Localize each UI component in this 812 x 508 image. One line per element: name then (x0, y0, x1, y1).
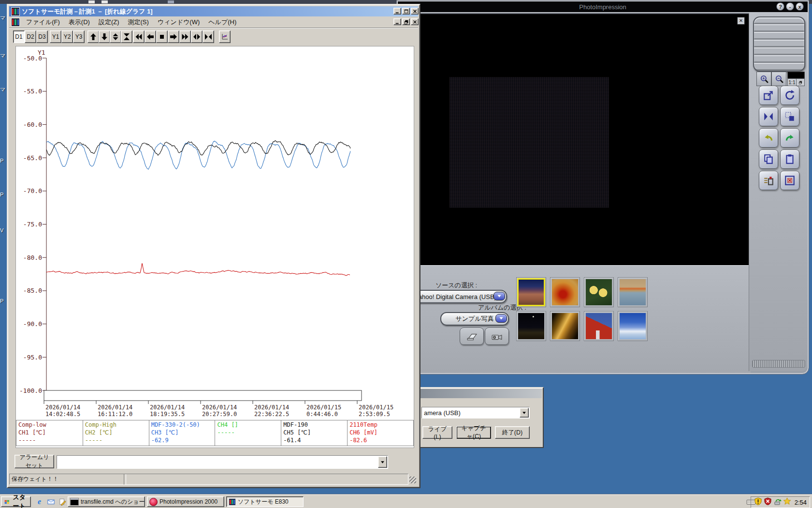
task-button-2[interactable]: PhotoImpression 2000 (147, 496, 224, 507)
chevron-down-icon[interactable] (520, 408, 529, 418)
menu-measure[interactable]: 測定(S) (123, 17, 153, 28)
internet-explorer-icon[interactable]: e (35, 497, 44, 506)
channel-legend-table: Comp-lowCH1 [℃]-----Comp-HighCH2 [℃]----… (16, 420, 414, 446)
toolbar-d3-button[interactable]: D3 (36, 30, 48, 43)
star-icon[interactable] (783, 497, 791, 507)
camera-dialog-titlebar[interactable] (403, 389, 542, 398)
toolbar-y1-button[interactable]: Y1 (50, 30, 61, 43)
thumbnail-cardinal-bird[interactable] (550, 277, 580, 307)
rotate-button[interactable] (780, 86, 799, 105)
task-button-1[interactable]: transfile.cmd へのショート... (68, 496, 145, 507)
win-max-icon (404, 9, 409, 14)
softthermo-icon (229, 498, 236, 506)
svg-text:-85.0: -85.0 (23, 287, 42, 294)
svg-text:2026/01/14: 2026/01/14 (98, 404, 132, 411)
chevron-down-icon[interactable] (493, 292, 505, 300)
win-min-icon (395, 19, 400, 25)
alarm-reset-button[interactable]: アラームリセット (14, 455, 54, 468)
toolbar-stop-button[interactable] (156, 30, 168, 43)
softthermo-title: ソフトサーモ計測－計測1 － [折れ線グラフ 1] (22, 7, 153, 16)
menu-window[interactable]: ウィンドウ(W) (153, 17, 204, 28)
paste-button[interactable] (780, 149, 799, 169)
channel-cell-ch2: Comp-HighCH2 [℃]----- (83, 420, 149, 446)
toolbar-triangles-in-horizontal-button[interactable] (203, 30, 214, 43)
menu-settings[interactable]: 設定(Z) (94, 17, 124, 28)
dialog-capture-button[interactable]: キャプチャ(C) (456, 426, 491, 439)
preview-close-button[interactable]: ✕ (737, 17, 745, 25)
acquire-scanner-button[interactable] (460, 328, 484, 345)
start-button[interactable]: スタート (1, 496, 31, 507)
dialog-exit-button[interactable]: 終了(D) (495, 426, 530, 439)
thumbnail-yellow-flowers[interactable] (584, 277, 614, 307)
thumbnail-lighthouse-ship[interactable] (584, 311, 614, 341)
toolbar-arrow-up-button[interactable] (87, 30, 99, 43)
photoimpression-titlebar[interactable]: PhotoImpression (398, 1, 808, 12)
redo-button[interactable] (780, 128, 799, 148)
thumbnail-sky-clouds[interactable] (618, 311, 648, 341)
actual-size-button[interactable]: 1:1 (787, 78, 797, 86)
usb-unplug-icon[interactable] (773, 497, 782, 507)
pi-help-button[interactable]: ? (776, 2, 784, 11)
pi-close-button[interactable]: x (796, 2, 804, 11)
toolbar-graph-setup-button[interactable] (219, 30, 231, 43)
toolbar-triangles-out-horizontal-button[interactable] (191, 30, 203, 43)
toolbar-arrow-down-button[interactable] (99, 30, 110, 43)
camera-preview-area: ✕ (403, 13, 750, 266)
menu-help[interactable]: ヘルプ(H) (204, 17, 241, 28)
toolbar-d2-button[interactable]: D2 (25, 30, 36, 43)
thumbnail-red-rock-spires[interactable] (516, 277, 546, 307)
close-button[interactable] (411, 8, 419, 15)
outlook-express-icon (47, 498, 55, 506)
album-select-dropdown[interactable]: サンプル写真 (440, 312, 509, 326)
background-window-icon (168, 0, 174, 3)
softthermo-titlebar[interactable]: ソフトサーモ計測－計測1 － [折れ線グラフ 1] (9, 6, 418, 16)
minimize-button[interactable] (393, 8, 401, 15)
win-min-icon (395, 9, 400, 14)
thumbnail-night-city[interactable] (516, 311, 546, 341)
thumbnail-harbor-village[interactable] (618, 277, 648, 307)
menu-view[interactable]: 表示(D) (64, 17, 94, 28)
alarm-combobox[interactable] (57, 455, 388, 469)
toolbar-arrow-left-button[interactable] (145, 30, 156, 43)
security-alert-shield-icon[interactable] (754, 497, 762, 507)
acquire-camera-button[interactable] (485, 328, 509, 345)
security-error-shield-icon[interactable] (764, 497, 772, 507)
resize-grip[interactable] (409, 477, 416, 483)
chevron-down-icon[interactable] (495, 314, 507, 323)
delete-button[interactable] (759, 171, 778, 190)
fit-window-button[interactable] (796, 78, 805, 86)
toolbar-double-left-button[interactable] (133, 30, 145, 43)
toolbar-arrow-right-button[interactable] (168, 30, 179, 43)
toolbar-double-right-button[interactable] (179, 30, 191, 43)
flip-horizontal-button[interactable] (759, 107, 778, 126)
toolbar-triangles-out-vertical-button[interactable] (110, 30, 121, 43)
crop-rotate-button[interactable] (780, 107, 799, 126)
toolbar-triangles-in-vertical-button[interactable] (121, 30, 132, 43)
mdi-child-icon (11, 18, 20, 27)
remove-button[interactable] (780, 171, 799, 190)
outlook-express-icon[interactable] (46, 497, 56, 506)
svg-text:-75.0: -75.0 (23, 221, 42, 228)
mdi-close-button[interactable] (411, 18, 419, 25)
menu-file[interactable]: ファイル(F) (22, 17, 64, 28)
zoom-out-button[interactable] (771, 72, 786, 86)
resize-button[interactable] (759, 86, 778, 105)
show-desktop-icon[interactable] (58, 497, 67, 506)
toolbar-y3-button[interactable]: Y3 (73, 30, 85, 43)
dialog-live-button[interactable]: ライブ(L) (422, 426, 452, 439)
toolbar-y2-button[interactable]: Y2 (61, 30, 73, 43)
toolbar-d1-button[interactable]: D1 (13, 30, 25, 43)
mdi-minimize-button[interactable] (393, 18, 401, 25)
task-button-3[interactable]: ソフトサーモ E830 (226, 496, 304, 507)
camera-source-combobox[interactable]: amera (USB) (421, 407, 530, 418)
copy-button[interactable] (759, 149, 778, 169)
pi-minimize-button[interactable]: - (786, 2, 794, 11)
chevron-down-icon[interactable] (378, 456, 387, 468)
mdi-restore-button[interactable] (402, 18, 410, 25)
thumbnail-gold-light-abstract[interactable] (550, 311, 580, 341)
remove-icon (784, 175, 796, 186)
softthermo-window: ソフトサーモ計測－計測1 － [折れ線グラフ 1] ファイル(F)表示(D)設定… (7, 4, 420, 488)
zoom-in-button[interactable] (756, 72, 771, 86)
undo-button[interactable] (759, 128, 778, 148)
maximize-button[interactable] (402, 8, 410, 15)
